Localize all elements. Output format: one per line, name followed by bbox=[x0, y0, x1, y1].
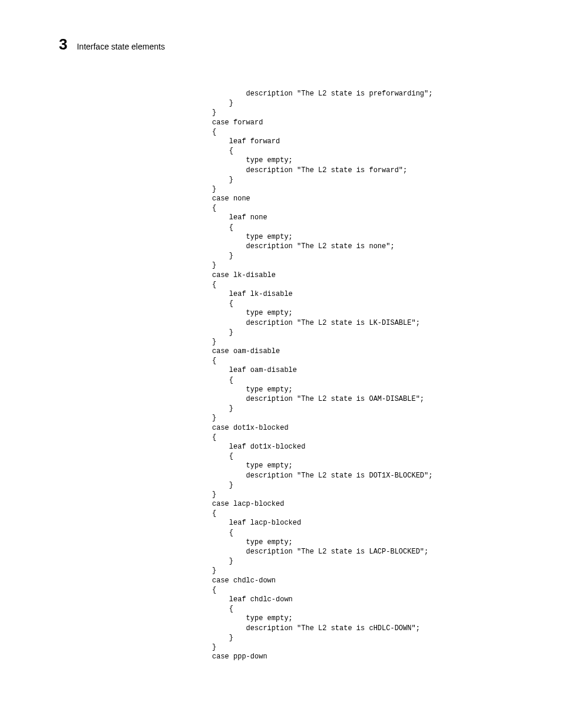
page: 3 Interface state elements description "… bbox=[0, 0, 562, 685]
code-block: description "The L2 state is preforwardi… bbox=[212, 89, 515, 661]
chapter-title: Interface state elements bbox=[77, 42, 164, 51]
page-header: 3 Interface state elements bbox=[59, 35, 515, 54]
chapter-number: 3 bbox=[59, 35, 67, 54]
